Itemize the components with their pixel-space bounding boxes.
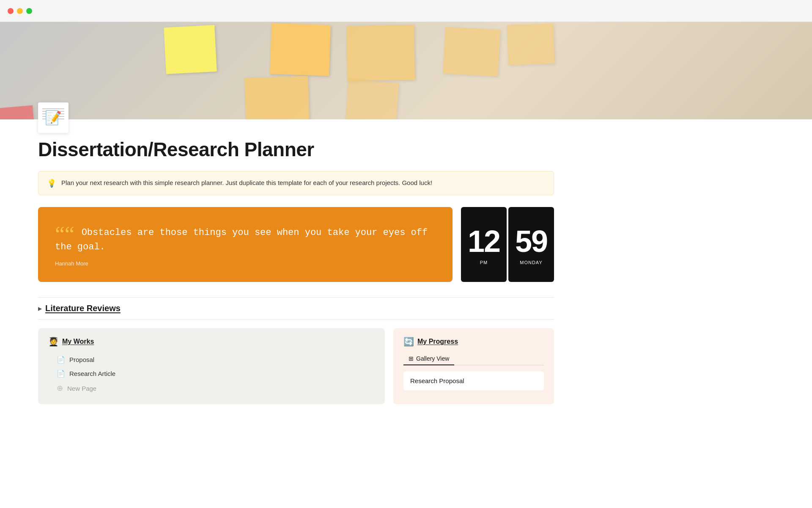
my-progress-title[interactable]: My Progress (417, 338, 458, 345)
doc-icon-proposal: 📄 (57, 356, 65, 364)
close-button[interactable] (8, 8, 14, 14)
info-banner: 💡 Plan your next research with this simp… (38, 171, 554, 195)
page-icon-emoji: 📝 (45, 110, 62, 126)
quote-mark: ““ (55, 229, 74, 240)
clock-hour: 12 (468, 226, 500, 257)
progress-tab-bar: ⊞ Gallery View (403, 353, 544, 365)
quote-content: ““ Obstacles are those things you see wh… (55, 222, 436, 254)
literature-reviews-section[interactable]: ▶ Literature Reviews (38, 297, 554, 320)
proposal-item[interactable]: 📄 Proposal (48, 353, 375, 367)
traffic-lights (8, 8, 32, 14)
sticky-note-7 (507, 23, 554, 65)
clock-widget: 12 PM 59 MONDAY (461, 207, 554, 282)
research-article-item[interactable]: 📄 Research Article (48, 367, 375, 381)
maximize-button[interactable] (26, 8, 32, 14)
proposal-label: Proposal (69, 356, 94, 363)
my-works-title[interactable]: My Works (62, 338, 94, 345)
new-page-item[interactable]: ⊕ New Page (48, 381, 375, 396)
quote-author: Hannah More (55, 260, 436, 267)
gallery-view-label: Gallery View (416, 355, 449, 362)
research-article-label: Research Article (69, 370, 115, 377)
window-chrome (0, 0, 812, 22)
two-col-layout: 🧑‍🎓 My Works 📄 Proposal 📄 Research Artic… (38, 328, 554, 404)
section-title: Literature Reviews (45, 304, 121, 313)
my-progress-header: 🔄 My Progress (403, 337, 544, 347)
my-progress-icon: 🔄 (403, 337, 414, 347)
quote-box: ““ Obstacles are those things you see wh… (38, 207, 453, 282)
info-banner-text: Plan your next research with this simple… (61, 178, 432, 188)
doc-icon-research: 📄 (57, 370, 65, 378)
sticky-note-3 (346, 25, 415, 81)
lightbulb-icon: 💡 (47, 179, 56, 188)
main-content: 📝 Dissertation/Research Planner 💡 Plan y… (0, 22, 812, 404)
my-works-header: 🧑‍🎓 My Works (48, 337, 375, 347)
clock-hour-panel: 12 PM (461, 207, 507, 282)
sticky-note-pink (0, 105, 35, 119)
research-proposal-card[interactable]: Research Proposal (403, 371, 544, 390)
page-title: Dissertation/Research Planner (38, 138, 554, 161)
quote-clock-row: ““ Obstacles are those things you see wh… (38, 207, 554, 282)
section-toggle-icon: ▶ (38, 306, 42, 312)
sticky-note-4 (443, 27, 500, 77)
gallery-view-tab[interactable]: ⊞ Gallery View (403, 353, 454, 365)
clock-day: MONDAY (520, 260, 542, 265)
clock-minute: 59 (515, 226, 547, 257)
clock-period: PM (480, 260, 488, 265)
gallery-icon: ⊞ (409, 355, 414, 362)
sticky-note-2 (270, 23, 331, 76)
my-progress-panel: 🔄 My Progress ⊞ Gallery View Research Pr… (393, 328, 554, 404)
page-icon-wrapper: 📝 (38, 102, 812, 133)
minimize-button[interactable] (17, 8, 23, 14)
my-works-icon: 🧑‍🎓 (48, 337, 59, 347)
quote-text: Obstacles are those things you see when … (55, 227, 428, 252)
research-proposal-label: Research Proposal (410, 377, 464, 384)
add-icon: ⊕ (57, 384, 63, 393)
page-icon: 📝 (38, 102, 69, 133)
my-works-panel: 🧑‍🎓 My Works 📄 Proposal 📄 Research Artic… (38, 328, 385, 404)
content-area: Dissertation/Research Planner 💡 Plan you… (0, 138, 592, 404)
clock-minute-panel: 59 MONDAY (508, 207, 554, 282)
new-page-label: New Page (67, 385, 96, 392)
sticky-note-1 (164, 25, 217, 74)
